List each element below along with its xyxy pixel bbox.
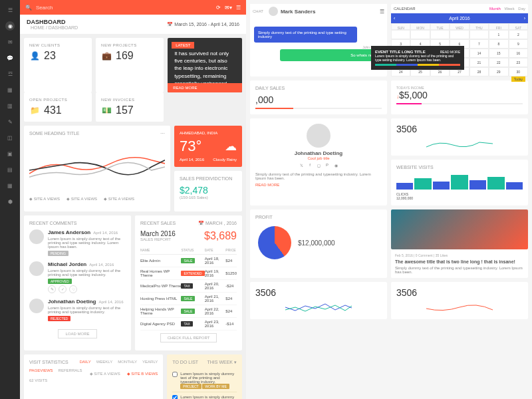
todo-item: Lorem Ipsum is simply dummy text of the … <box>172 392 237 399</box>
avatar <box>29 299 44 313</box>
chat-icon[interactable]: 💬 <box>5 53 15 63</box>
tab-monthly[interactable]: Monthly <box>118 360 137 364</box>
folder-icon[interactable]: ▣ <box>5 149 15 158</box>
avatar <box>29 261 44 276</box>
website-visits-card: WEBSITE VISITS CLICKS12,000,000 <box>391 160 528 205</box>
more-icon[interactable]: ☰ <box>236 5 241 11</box>
chart-menu-icon[interactable]: ⋯ <box>160 131 165 136</box>
refresh-icon[interactable]: ⟳ <box>216 5 221 11</box>
breadcrumb-path: HOME / DASHBOARD <box>31 25 78 30</box>
todo-checkbox[interactable] <box>172 372 178 377</box>
breadcrumb: DASHBOARDHOME / DASHBOARD 📅 March 15, 20… <box>20 15 246 34</box>
pie-chart <box>258 226 291 259</box>
calendar-icon[interactable]: ▦ <box>5 181 15 190</box>
event-popup: EVENT TITLE LONG TITLEREAD MORE Lorem Ip… <box>371 46 464 70</box>
edit-icon[interactable]: ✎ <box>5 117 15 126</box>
avatar <box>29 229 44 244</box>
cloud-icon: ☁ <box>225 139 237 154</box>
check-icon[interactable]: ✓ <box>59 285 66 293</box>
comment-item: James AndersonApril 14, 2016Lorem Ipsum … <box>29 229 126 256</box>
stat-new-clients: NEW CLIENTS 👤23 <box>24 38 92 92</box>
read-more-link[interactable]: READ MORE <box>168 83 242 92</box>
map-icon[interactable]: ⬢ <box>5 197 15 206</box>
todays-income-card: Todays Income ↓$5,000 <box>391 80 528 114</box>
briefcase-icon: 💼 <box>101 51 112 61</box>
heart-icon[interactable]: ♡ <box>69 285 77 293</box>
pinterest-icon[interactable]: P <box>324 163 331 170</box>
table-row: MedicalPro WP ThemeTAXApril 20, 2016-$24 <box>140 279 237 292</box>
comment-item: Michael JordenApril 14, 2016Lorem Ipsum … <box>29 261 126 293</box>
recent-comments-card: RECENT COMMENTS James AndersonApril 14, … <box>24 215 131 350</box>
page-title: DASHBOARD <box>27 19 78 25</box>
inbox-icon[interactable]: ✉▾ <box>225 5 232 11</box>
grid-icon[interactable]: ▦ <box>5 85 15 94</box>
date-range[interactable]: 📅 March 15, 2016 - April 14, 2016 <box>167 22 239 27</box>
chart-icon[interactable]: ◫ <box>5 133 15 142</box>
post-card: Feb 5, 2016 | 0 Comment | 35 Likes The a… <box>391 209 528 278</box>
mail-icon[interactable]: ✉ <box>5 37 15 47</box>
folder-open-icon: 📁 <box>29 105 40 116</box>
visit-tabs: Daily Weekly Monthly Yearly <box>80 360 158 364</box>
post-image <box>391 209 528 249</box>
latest-badge: LATEST <box>172 42 194 49</box>
tab-referrals[interactable]: REFERRALS <box>59 368 82 376</box>
table-row: Digital Agency PSDTAXApril 23, 2016-$14 <box>140 317 237 330</box>
money-icon: 💵 <box>101 105 112 116</box>
hero-card: LATEST It has survived not only five cen… <box>168 38 242 92</box>
layers-icon[interactable]: ▥ <box>5 101 15 110</box>
edit-icon[interactable]: ✎ <box>48 285 56 293</box>
tab-yearly[interactable]: Yearly <box>142 360 158 364</box>
dashboard-icon[interactable]: ◉ <box>5 21 15 31</box>
profile-card: Johnathan Doeting Cool job title 𝕏f◻P◉ S… <box>250 118 387 205</box>
table-icon[interactable]: ▤ <box>5 165 15 174</box>
cal-next[interactable]: › <box>524 16 525 21</box>
profile-read-more[interactable]: READ MORE <box>255 183 382 187</box>
chat-bubble: Simply dummy text of the printing and ty… <box>254 27 357 43</box>
load-more-button[interactable]: LOAD MORE <box>58 329 96 338</box>
tab-pageviews[interactable]: PAGEVIEWS <box>29 368 53 376</box>
avatar <box>269 7 278 16</box>
sales-prediction-card: SALES PREDIVIDCTION $2,478 (150-165 Sale… <box>174 171 242 211</box>
profit-card: PROFIT $12,000,000 <box>250 209 387 278</box>
tab-daily[interactable]: Daily <box>80 360 91 364</box>
view-month[interactable]: Month <box>489 7 501 11</box>
visit-stats-card: VISIT STATISTICS Daily Weekly Monthly Ye… <box>24 354 163 399</box>
stat-3506-c: 3506 <box>391 282 528 319</box>
table-row: Elite AdminSALEApril 18, 2016$24 <box>140 254 237 267</box>
todo-card: TO DO LISTThis week ▾ Lorem Ipsum is sim… <box>167 354 242 399</box>
chart-legend: SITE A VIEWSSITE A VIEWSSITE A VIEWS <box>29 196 165 201</box>
dribbble-icon[interactable]: ◉ <box>332 163 339 170</box>
stat-new-invoices: NEW INVOICES 💵157 <box>96 92 164 122</box>
facebook-icon[interactable]: f <box>307 163 313 170</box>
avatar <box>307 124 331 148</box>
chat-card: CHAT Mark Sanders ☰ Simply dummy text of… <box>250 4 387 76</box>
daily-sales-card: DAILY SALES ,000 <box>250 80 387 114</box>
list-icon[interactable]: ☲ <box>5 69 15 78</box>
chat-menu-icon[interactable]: ☰ <box>380 9 384 15</box>
tab-weekly[interactable]: Weekly <box>96 360 113 364</box>
menu-icon[interactable]: ☰ <box>5 5 15 15</box>
line-chart-card: SOME HEADING TITLE⋯ SITE A VIEWSSITE A V… <box>24 126 170 211</box>
search-input[interactable] <box>36 5 212 11</box>
cal-prev[interactable]: ‹ <box>394 16 395 21</box>
sales-range[interactable]: 📅 March , 2016 <box>198 221 237 226</box>
stat-open-projects: OPEN PROJECTS 📁431 <box>24 92 92 122</box>
todo-checkbox[interactable] <box>172 395 178 399</box>
twitter-icon[interactable]: 𝕏 <box>298 163 305 170</box>
comment-item: Johnathan DoetingApril 14, 2016Lorem Ips… <box>29 299 126 321</box>
view-day[interactable]: Day <box>518 7 525 11</box>
nav-rail: ☰ ◉ ✉ 💬 ☲ ▦ ▥ ✎ ◫ ▣ ▤ ▦ ⬢ <box>0 0 20 399</box>
today-badge[interactable]: Today <box>511 76 525 82</box>
table-row: Helping Hands WP ThemeSALEApril 22, 2016… <box>140 305 237 317</box>
topbar: 🔍 ⟳ ✉▾ ☰ <box>20 0 246 15</box>
stat-new-projects: NEW PROJECTS 💼169 <box>96 38 164 92</box>
recent-sales-card: RECENT SALES📅 March , 2016 March 2016SAL… <box>135 215 242 350</box>
instagram-icon[interactable]: ◻ <box>315 163 322 170</box>
stat-3506-b: 3506 <box>250 282 387 319</box>
view-week[interactable]: Week <box>504 7 514 11</box>
table-row: Real Homes WP ThemeEXTENDEDApril 19, 201… <box>140 267 237 279</box>
chat-bubble: So whats next ? <box>280 49 383 61</box>
todo-filter[interactable]: This week ▾ <box>207 360 237 365</box>
table-row: Hosting Press HTMLSALEApril 21, 2016$24 <box>140 292 237 305</box>
check-report-button[interactable]: CHECK FULL REPORT <box>160 333 217 342</box>
